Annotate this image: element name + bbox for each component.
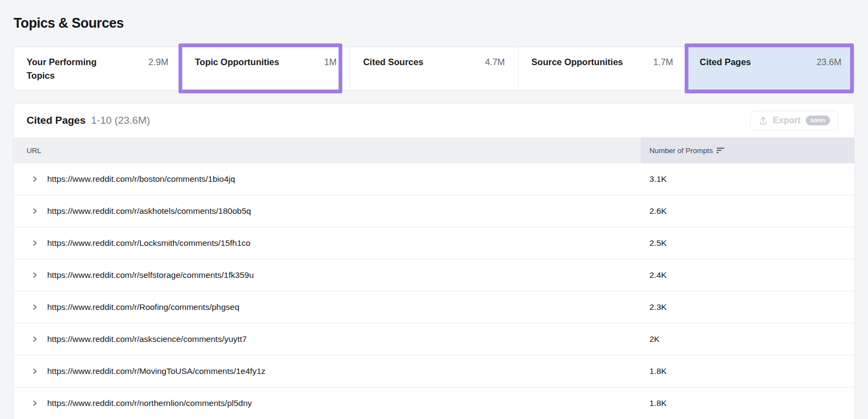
tab-topic-opportunities[interactable]: Topic Opportunities 1M xyxy=(181,47,349,90)
row-prompts-value: 1.8K xyxy=(641,366,854,376)
row-url: https://www.reddit.com/r/MovingToUSA/com… xyxy=(47,366,641,376)
row-url: https://www.reddit.com/r/northernlion/co… xyxy=(47,398,641,408)
panel-range: 1-10 (23.6M) xyxy=(91,115,150,126)
tab-count: 23.6M xyxy=(812,55,841,69)
tab-your-performing-topics[interactable]: Your Performing Topics 2.9M xyxy=(14,47,181,90)
tab-cited-pages[interactable]: Cited Pages 23.6M xyxy=(686,47,854,90)
table-row[interactable]: https://www.reddit.com/r/northernlion/co… xyxy=(14,388,854,419)
table-row[interactable]: https://www.reddit.com/r/MovingToUSA/com… xyxy=(14,355,854,388)
upload-icon xyxy=(758,116,768,125)
metrics-tab-bar: Your Performing Topics 2.9M Topic Opport… xyxy=(13,47,855,91)
tab-label: Source Opportunities xyxy=(532,55,623,69)
table-row[interactable]: https://www.reddit.com/r/selfstorage/com… xyxy=(14,259,854,291)
table-row[interactable]: https://www.reddit.com/r/askscience/comm… xyxy=(14,323,854,355)
tab-count: 2.9M xyxy=(144,55,169,69)
export-button[interactable]: Export soon xyxy=(750,111,838,130)
row-prompts-value: 1.8K xyxy=(641,398,854,408)
chevron-right-icon[interactable] xyxy=(31,367,39,375)
table-row[interactable]: https://www.reddit.com/r/Locksmith/comme… xyxy=(14,227,854,259)
chevron-right-icon[interactable] xyxy=(31,271,39,279)
table-row[interactable]: https://www.reddit.com/r/askhotels/comme… xyxy=(14,195,854,227)
tab-label: Cited Pages xyxy=(700,55,751,69)
column-header-number-of-prompts[interactable]: Number of Prompts xyxy=(641,137,854,163)
tab-source-opportunities[interactable]: Source Opportunities 1.7M xyxy=(518,47,686,90)
table-row[interactable]: https://www.reddit.com/r/Roofing/comment… xyxy=(14,291,854,323)
table-body: https://www.reddit.com/r/boston/comments… xyxy=(14,163,854,419)
chevron-right-icon[interactable] xyxy=(31,335,39,343)
tab-label: Your Performing Topics xyxy=(27,55,124,82)
chevron-right-icon[interactable] xyxy=(31,175,39,183)
sort-descending-icon[interactable] xyxy=(717,148,724,153)
table-column-header: URL Number of Prompts xyxy=(14,137,854,163)
row-prompts-value: 2.5K xyxy=(641,238,854,248)
row-url: https://www.reddit.com/r/askscience/comm… xyxy=(47,334,641,344)
row-url: https://www.reddit.com/r/Roofing/comment… xyxy=(47,302,641,312)
chevron-right-icon[interactable] xyxy=(31,303,39,311)
row-url: https://www.reddit.com/r/Locksmith/comme… xyxy=(47,238,641,248)
tab-count: 1.7M xyxy=(649,55,673,69)
panel-title: Cited Pages xyxy=(27,115,86,126)
tab-label: Topic Opportunities xyxy=(195,55,279,69)
chevron-right-icon[interactable] xyxy=(31,207,39,215)
tab-cited-sources[interactable]: Cited Sources 4.7M xyxy=(349,47,518,90)
tab-count: 1M xyxy=(320,55,336,69)
tab-label: Cited Sources xyxy=(363,55,423,69)
row-prompts-value: 2.6K xyxy=(641,206,854,216)
panel-header: Cited Pages 1-10 (23.6M) Export soon xyxy=(14,104,854,137)
page-title: Topics & Sources xyxy=(14,15,124,31)
table-row[interactable]: https://www.reddit.com/r/boston/comments… xyxy=(14,163,854,195)
column-header-url[interactable]: URL xyxy=(14,137,641,163)
chevron-right-icon[interactable] xyxy=(31,239,39,247)
row-prompts-value: 2.3K xyxy=(641,302,854,312)
soon-badge: soon xyxy=(806,116,830,125)
row-prompts-value: 2.4K xyxy=(641,270,854,280)
chevron-right-icon[interactable] xyxy=(31,399,39,407)
column-url-label: URL xyxy=(27,147,41,155)
row-url: https://www.reddit.com/r/boston/comments… xyxy=(47,174,641,184)
row-url: https://www.reddit.com/r/selfstorage/com… xyxy=(47,270,641,280)
topics-sources-page: Topics & Sources Your Performing Topics … xyxy=(0,0,868,419)
row-url: https://www.reddit.com/r/askhotels/comme… xyxy=(47,206,641,216)
row-prompts-value: 3.1K xyxy=(641,174,854,184)
export-label: Export xyxy=(773,116,801,125)
row-prompts-value: 2K xyxy=(641,334,854,344)
cited-pages-panel: Cited Pages 1-10 (23.6M) Export soon URL xyxy=(13,103,855,419)
column-prompts-label: Number of Prompts xyxy=(649,147,713,155)
tab-count: 4.7M xyxy=(481,55,505,69)
